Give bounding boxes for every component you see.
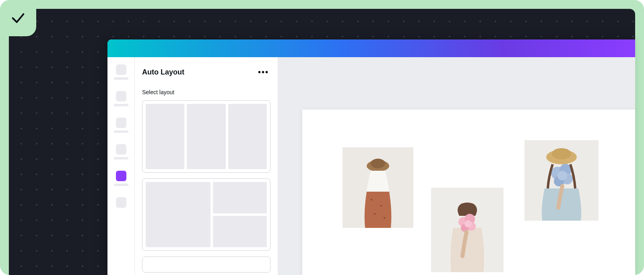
panel-header: Auto Layout ••• — [142, 66, 270, 79]
layout-cell — [187, 104, 225, 169]
svg-point-15 — [552, 148, 571, 159]
svg-point-3 — [371, 199, 372, 201]
layout-cell — [213, 216, 267, 247]
check-icon — [10, 10, 26, 26]
rail-label-placeholder — [114, 130, 128, 133]
rail-item-design[interactable] — [114, 64, 128, 80]
nav-rail — [107, 57, 135, 275]
layout-cell — [146, 182, 211, 247]
more-icon — [116, 197, 126, 208]
canvas-area[interactable] — [278, 57, 635, 275]
layout-cell — [146, 104, 184, 169]
example-frame: Auto Layout ••• Select layout — [0, 0, 644, 275]
rail-label-placeholder — [114, 104, 128, 106]
photo-blue-flowers-hat-icon — [524, 140, 599, 221]
section-label: Select layout — [142, 89, 270, 95]
layout-option-three-columns[interactable] — [142, 100, 270, 173]
panel-more-button[interactable]: ••• — [256, 66, 270, 79]
side-panel: Auto Layout ••• Select layout — [135, 57, 278, 275]
design-page[interactable] — [302, 110, 635, 275]
rail-label-placeholder — [114, 157, 128, 159]
photo-pink-flowers-icon — [431, 188, 504, 272]
svg-point-20 — [557, 171, 567, 180]
layout-cell — [213, 182, 267, 213]
rail-item-auto-layout[interactable] — [114, 171, 128, 186]
canvas-photo-2[interactable] — [431, 188, 504, 272]
layout-option-next[interactable] — [142, 256, 270, 273]
rail-item-elements[interactable] — [114, 91, 128, 106]
rail-label-placeholder — [114, 77, 128, 80]
svg-point-5 — [374, 213, 376, 215]
rail-item-uploads[interactable] — [114, 118, 128, 133]
layout-cell-group — [213, 182, 267, 247]
canvas-photo-1[interactable] — [343, 147, 413, 228]
svg-point-6 — [384, 217, 385, 219]
svg-point-12 — [464, 220, 472, 227]
svg-point-4 — [380, 205, 382, 207]
elements-icon — [116, 91, 126, 101]
design-icon — [116, 64, 126, 75]
panel-title: Auto Layout — [142, 68, 184, 77]
text-icon — [116, 144, 126, 155]
layout-cell — [228, 104, 267, 169]
top-gradient-bar — [107, 39, 635, 57]
uploads-icon — [116, 118, 126, 128]
layout-option-one-two-stack[interactable] — [142, 178, 270, 251]
approved-badge — [0, 0, 36, 36]
rail-label-placeholder — [114, 184, 128, 186]
auto-layout-icon — [116, 171, 126, 181]
canvas-photo-3[interactable] — [524, 140, 599, 221]
editor-body: Auto Layout ••• Select layout — [107, 57, 635, 275]
ellipsis-icon: ••• — [258, 68, 269, 77]
rail-item-more[interactable] — [116, 197, 126, 208]
photo-hat-skirt-icon — [343, 147, 413, 228]
svg-point-2 — [371, 159, 385, 168]
editor-window: Auto Layout ••• Select layout — [107, 39, 635, 275]
rail-item-text[interactable] — [114, 144, 128, 159]
